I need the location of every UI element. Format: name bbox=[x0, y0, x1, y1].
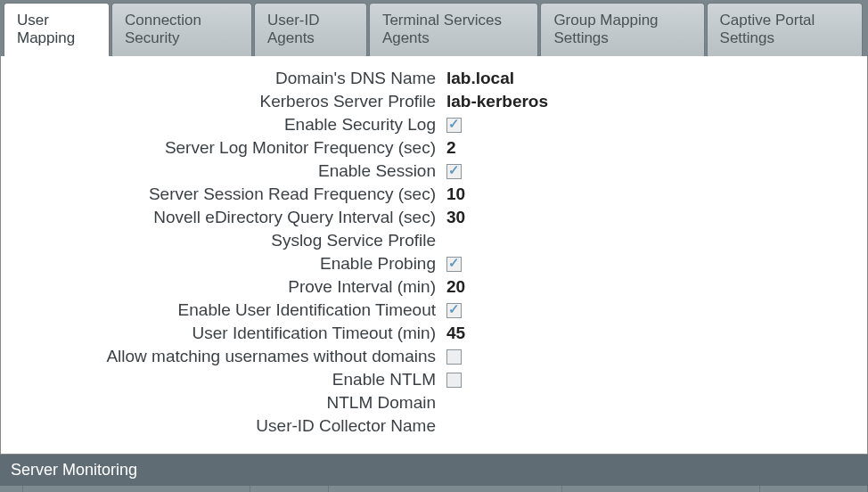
value-server-log-freq: 2 bbox=[446, 138, 840, 158]
label-enable-session: Enable Session bbox=[28, 161, 446, 181]
label-domain-dns-name: Domain's DNS Name bbox=[28, 69, 446, 88]
label-prove-interval: Prove Interval (min) bbox=[28, 277, 446, 297]
label-collector-name: User-ID Collector Name bbox=[28, 416, 446, 436]
tab-bar: User Mapping Connection Security User-ID… bbox=[0, 0, 868, 56]
value-user-id-timeout: 45 bbox=[446, 324, 840, 343]
label-novell-query-interval: Novell eDirectory Query Interval (sec) bbox=[28, 208, 446, 227]
value-novell-query-interval: 30 bbox=[446, 208, 840, 227]
col-name[interactable]: Name bbox=[23, 486, 250, 492]
server-monitoring-header: Server Monitoring bbox=[0, 455, 868, 486]
col-enabled[interactable]: Enabled bbox=[250, 486, 329, 492]
col-network-address[interactable]: Network Address bbox=[562, 486, 760, 492]
server-monitoring-columns: Name Enabled Type Network Address Status bbox=[0, 486, 868, 492]
label-enable-probing: Enable Probing bbox=[28, 254, 446, 274]
checkbox-enable-security-log[interactable] bbox=[446, 118, 462, 133]
label-allow-match-no-domain: Allow matching usernames without domains bbox=[28, 347, 446, 366]
label-enable-user-id-timeout: Enable User Identification Timeout bbox=[28, 300, 446, 320]
col-status[interactable]: Status bbox=[760, 486, 868, 492]
value-session-read-freq: 10 bbox=[446, 184, 840, 204]
user-mapping-panel: Domain's DNS Namelab.local Kerberos Serv… bbox=[0, 56, 868, 455]
label-enable-ntlm: Enable NTLM bbox=[28, 370, 446, 390]
tab-userid-agents[interactable]: User-ID Agents bbox=[254, 3, 367, 56]
value-domain-dns-name: lab.local bbox=[446, 69, 840, 88]
tab-terminal-services-agents[interactable]: Terminal Services Agents bbox=[369, 3, 539, 56]
label-user-id-timeout: User Identification Timeout (min) bbox=[28, 324, 446, 343]
value-prove-interval: 20 bbox=[446, 277, 840, 297]
tab-user-mapping[interactable]: User Mapping bbox=[4, 3, 110, 56]
label-enable-security-log: Enable Security Log bbox=[28, 115, 446, 135]
label-syslog-profile: Syslog Service Profile bbox=[28, 231, 446, 250]
tab-group-mapping-settings[interactable]: Group Mapping Settings bbox=[540, 3, 704, 56]
checkbox-enable-ntlm[interactable] bbox=[446, 373, 462, 388]
value-kerberos-profile: lab-kerberos bbox=[446, 92, 840, 111]
checkbox-enable-session[interactable] bbox=[446, 164, 462, 179]
label-session-read-freq: Server Session Read Frequency (sec) bbox=[28, 184, 446, 204]
label-ntlm-domain: NTLM Domain bbox=[28, 393, 446, 413]
label-kerberos-profile: Kerberos Server Profile bbox=[28, 92, 446, 111]
label-server-log-freq: Server Log Monitor Frequency (sec) bbox=[28, 138, 446, 158]
checkbox-allow-match-no-domain[interactable] bbox=[446, 349, 462, 365]
col-type[interactable]: Type bbox=[329, 486, 562, 492]
checkbox-enable-probing[interactable] bbox=[446, 257, 462, 272]
checkbox-enable-user-id-timeout[interactable] bbox=[446, 303, 462, 318]
tab-captive-portal-settings[interactable]: Captive Portal Settings bbox=[707, 3, 863, 56]
tab-connection-security[interactable]: Connection Security bbox=[111, 3, 252, 56]
